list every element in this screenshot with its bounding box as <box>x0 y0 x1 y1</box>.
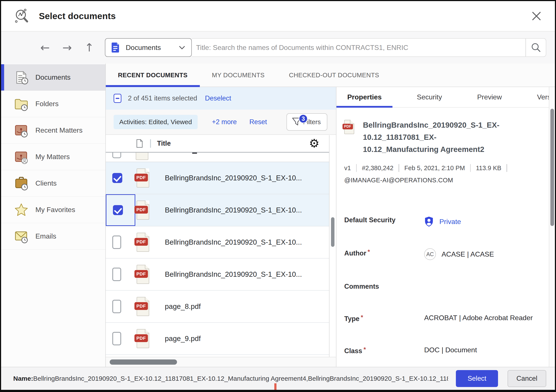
sidebar-item-label: My Favorites <box>35 206 75 214</box>
pdf-file-icon <box>135 297 165 316</box>
column-settings-gear-icon[interactable]: ⚙ <box>309 138 319 149</box>
table-row[interactable]: BellringBrandsInc_20190920_S-1_EX-10... <box>106 258 336 291</box>
table-row[interactable]: BellringBrandsInc_20190920_S-1_EX-10... <box>106 194 336 226</box>
forward-arrow-icon[interactable]: → <box>61 42 74 53</box>
pdf-file-icon <box>135 329 165 348</box>
clients-briefcase-icon <box>14 176 28 191</box>
sidebar-item-documents[interactable]: Documents <box>1 64 105 91</box>
row-checkbox[interactable] <box>112 173 122 183</box>
row-checkbox <box>112 153 121 158</box>
star-icon <box>14 203 28 217</box>
pdf-file-icon <box>135 265 165 284</box>
row-checkbox[interactable] <box>113 205 123 215</box>
doc-size: 113.9 KB <box>476 165 501 172</box>
deselect-link[interactable]: Deselect <box>205 94 231 102</box>
list-horizontal-scrollbar <box>106 357 336 367</box>
tab-recent-documents[interactable]: RECENT DOCUMENTS <box>106 64 200 87</box>
sidebar-item-clients[interactable]: Clients <box>1 170 105 197</box>
list-vertical-scrollbar-thumb[interactable] <box>331 217 334 247</box>
table-row-partial[interactable] <box>106 153 336 162</box>
cancel-button[interactable]: Cancel <box>508 370 546 387</box>
row-checkbox[interactable] <box>112 235 121 249</box>
security-value-link[interactable]: Private <box>439 218 461 226</box>
field-default-security: Default Security Private <box>344 216 549 227</box>
row-checkbox-cell <box>106 291 135 322</box>
field-author: Author* AC ACASE | ACASE <box>344 248 549 260</box>
properties-tabs: Properties Security Preview Versions <box>336 87 549 108</box>
doc-owner: @IMANAGE-AI@OPERATIONS.COM <box>344 177 540 184</box>
row-checkbox[interactable] <box>112 268 121 281</box>
row-title: BellringBrandsInc_20190920_S-1_EX-10... <box>165 174 302 182</box>
name-label: Name: <box>13 375 33 382</box>
reset-filters-link[interactable]: Reset <box>249 118 267 126</box>
more-filters-link[interactable]: +2 more <box>212 118 237 126</box>
tab-properties[interactable]: Properties <box>336 87 393 107</box>
class-value: DOC | Document <box>424 346 549 354</box>
column-divider[interactable] <box>150 139 151 148</box>
tab-preview[interactable]: Preview <box>466 87 513 107</box>
tab-versions[interactable]: Versions <box>526 87 549 107</box>
field-type: Type* ACROBAT | Adobe Acrobat Reader <box>344 314 549 323</box>
field-class: Class* DOC | Document <box>344 346 549 355</box>
field-label: Class <box>344 347 362 355</box>
select-all-checkbox[interactable] <box>114 94 121 103</box>
list-vertical-scrollbar <box>329 135 336 357</box>
tab-checked-out-documents[interactable]: CHECKED-OUT DOCUMENTS <box>277 64 391 87</box>
table-row[interactable]: BellringBrandsInc_20190920_S-1_EX-10... <box>106 162 336 194</box>
dialog-body: Documents Folders Recent Matters My Matt… <box>1 64 555 367</box>
document-icon <box>111 42 120 53</box>
sidebar-item-label: Folders <box>35 100 59 108</box>
document-rows: BellringBrandsInc_20190920_S-1_EX-10... … <box>106 153 336 357</box>
tab-security[interactable]: Security <box>406 87 453 107</box>
sidebar-item-my-favorites[interactable]: My Favorites <box>1 197 105 223</box>
search-analytics-icon <box>14 8 30 24</box>
list-horizontal-scrollbar-thumb[interactable] <box>110 359 177 365</box>
filters-button[interactable]: 3 Filters <box>286 113 327 131</box>
doc-date: Feb 5, 2021, 2:10 PM <box>404 165 465 172</box>
document-tabs: RECENT DOCUMENTS MY DOCUMENTS CHECKED-OU… <box>106 64 555 87</box>
sidebar-item-label: Clients <box>35 179 57 187</box>
back-arrow-icon[interactable]: ← <box>39 42 52 53</box>
activities-filter-chip[interactable]: Activities: Edited, Viewed <box>114 115 198 129</box>
sidebar-item-emails[interactable]: Emails <box>1 223 105 250</box>
pdf-file-icon <box>136 153 148 160</box>
search-scope-dropdown[interactable]: Documents <box>105 38 192 57</box>
table-row[interactable]: page_9.pdf <box>106 323 336 355</box>
row-title: BellringBrandsInc_20190920_S-1_EX-10... <box>165 206 302 214</box>
type-value: ACROBAT | Adobe Acrobat Reader <box>424 314 549 322</box>
field-label: Default Security <box>344 216 424 224</box>
main-area: RECENT DOCUMENTS MY DOCUMENTS CHECKED-OU… <box>106 64 555 367</box>
search-box <box>192 38 526 57</box>
row-checkbox[interactable] <box>112 300 121 313</box>
sidebar-item-label: Recent Matters <box>35 126 83 134</box>
dialog-title: Select documents <box>39 11 116 21</box>
pdf-file-icon <box>135 233 165 252</box>
author-avatar: AC <box>424 248 436 260</box>
row-title: page_9.pdf <box>165 334 201 343</box>
panel-vertical-scrollbar-thumb[interactable] <box>550 109 554 226</box>
document-header: BellringBrandsInc_20190920_S-1_EX- 10.12… <box>344 119 540 155</box>
row-checkbox[interactable] <box>112 332 121 345</box>
field-label: Author <box>344 249 366 257</box>
sidebar-item-my-matters[interactable]: My Matters <box>1 144 105 170</box>
row-title: page_8.pdf <box>165 302 201 311</box>
row-checkbox-cell <box>106 323 135 354</box>
sidebar-item-folders[interactable]: Folders <box>1 91 105 117</box>
search-input[interactable] <box>196 44 523 52</box>
dialog-footer: Name:BellringBrandsInc_20190920_S-1_EX-1… <box>1 367 555 390</box>
table-row[interactable]: BellringBrandsInc_20190920_S-1_EX-10... <box>106 226 336 258</box>
sidebar-item-recent-matters[interactable]: Recent Matters <box>1 117 105 144</box>
search-button[interactable] <box>526 38 546 57</box>
field-label: Type <box>344 315 359 323</box>
tab-my-documents[interactable]: MY DOCUMENTS <box>200 64 277 87</box>
table-row[interactable]: page_8.pdf <box>106 291 336 323</box>
select-button[interactable]: Select <box>456 370 498 387</box>
up-arrow-icon[interactable]: ↑ <box>83 42 96 53</box>
document-meta: v1 #2,380,242 Feb 5, 2021, 2:10 PM 113.9… <box>344 164 540 172</box>
close-icon[interactable] <box>529 8 544 24</box>
menu-icon[interactable] <box>14 43 25 52</box>
search-icon <box>531 42 541 53</box>
file-type-column-icon[interactable] <box>136 139 143 148</box>
title-column-header[interactable]: Title <box>157 140 171 147</box>
sidebar-item-label: Emails <box>35 232 56 240</box>
